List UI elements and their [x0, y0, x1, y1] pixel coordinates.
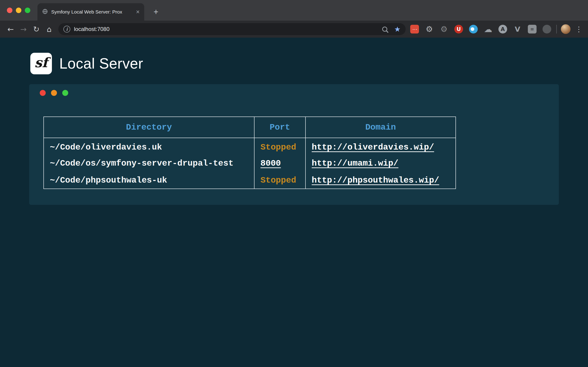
symfony-logo: sf: [30, 53, 52, 74]
cloud-extension-icon[interactable]: ☁: [484, 25, 493, 33]
table-row: ~/Code/oliverdavies.uk Stopped http://ol…: [44, 138, 456, 155]
port-link[interactable]: 8000: [260, 158, 281, 168]
table-row: ~/Code/phpsouthwales-uk Stopped http://p…: [44, 172, 456, 189]
tab-strip: Symfony Local Web Server: Prox × +: [0, 0, 588, 21]
domain-cell: http://umami.wip/: [305, 155, 456, 172]
orange-dot-icon: [51, 90, 57, 96]
window-controls: [7, 8, 30, 13]
site-info-icon[interactable]: i: [63, 26, 70, 33]
profile-avatar[interactable]: [561, 24, 571, 34]
gray-square-extension-icon[interactable]: ≡: [528, 25, 536, 33]
directory-column-header: Directory: [44, 117, 254, 138]
proxy-table: Directory Port Domain ~/Code/oliverdavie…: [43, 117, 456, 189]
page-title: Local Server: [59, 55, 143, 72]
extensions-area: ⋯ ⚙ ⚙ U ☁ A V ≡: [410, 25, 551, 33]
brand-header: sf Local Server: [30, 53, 143, 74]
window-close-button[interactable]: [7, 8, 12, 13]
port-cell: Stopped: [254, 172, 305, 189]
back-icon[interactable]: ←: [4, 23, 17, 35]
directory-cell: ~/Code/oliverdavies.uk: [44, 138, 254, 155]
red-dot-icon: [40, 90, 46, 96]
port-cell: Stopped: [254, 138, 305, 155]
browser-menu-icon[interactable]: ⋮: [574, 23, 584, 35]
window-zoom-button[interactable]: [25, 8, 30, 13]
terminal-dots: [40, 90, 68, 96]
toolbar-divider: [556, 25, 557, 33]
dark-gear-extension-icon[interactable]: ⚙: [440, 25, 448, 33]
table-header-row: Directory Port Domain: [44, 117, 456, 138]
browser-toolbar: ← → ↻ ⌂ i localhost:7080 ★ ⋯ ⚙ ⚙ U ☁ A V…: [0, 21, 588, 38]
vimium-extension-icon[interactable]: V: [513, 25, 522, 33]
green-dot-icon: [62, 90, 68, 96]
server-card: Directory Port Domain ~/Code/oliverdavie…: [29, 84, 559, 205]
port-cell: 8000: [254, 155, 305, 172]
bookmark-star-icon[interactable]: ★: [394, 26, 401, 33]
tab-close-icon[interactable]: ×: [136, 9, 140, 15]
home-icon[interactable]: ⌂: [43, 23, 56, 35]
table-row: ~/Code/os/symfony-server-drupal-test 800…: [44, 155, 456, 172]
directory-cell: ~/Code/phpsouthwales-uk: [44, 172, 254, 189]
browser-tab[interactable]: Symfony Local Web Server: Prox ×: [37, 3, 144, 21]
domain-column-header: Domain: [305, 117, 456, 138]
globe-favicon-icon: [42, 8, 48, 15]
new-tab-button[interactable]: +: [150, 6, 162, 17]
directory-cell: ~/Code/os/symfony-server-drupal-test: [44, 155, 254, 172]
port-column-header: Port: [254, 117, 305, 138]
gear-extension-icon[interactable]: ⚙: [425, 25, 434, 33]
domain-link[interactable]: http://umami.wip/: [312, 158, 398, 168]
domain-cell: http://phpsouthwales.wip/: [305, 172, 456, 189]
tab-title: Symfony Local Web Server: Prox: [51, 9, 133, 15]
port-status: Stopped: [260, 175, 296, 185]
url-text[interactable]: localhost:7080: [74, 26, 110, 32]
port-status: Stopped: [260, 142, 296, 152]
window-minimize-button[interactable]: [16, 8, 21, 13]
github-extension-icon[interactable]: [543, 25, 551, 33]
zoom-icon[interactable]: [382, 27, 387, 32]
blue-circle-extension-icon[interactable]: [469, 25, 478, 33]
letter-a-extension-icon[interactable]: A: [498, 25, 507, 33]
ublock-origin-extension-icon[interactable]: U: [454, 25, 463, 33]
address-bar[interactable]: i localhost:7080 ★: [58, 23, 406, 35]
reload-icon[interactable]: ↻: [30, 23, 43, 35]
forward-icon[interactable]: →: [17, 23, 30, 35]
domain-cell: http://oliverdavies.wip/: [305, 138, 456, 155]
domain-link[interactable]: http://oliverdavies.wip/: [312, 142, 434, 152]
red-dots-extension-icon[interactable]: ⋯: [410, 25, 419, 33]
domain-link[interactable]: http://phpsouthwales.wip/: [312, 175, 439, 185]
symfony-logo-glyph: sf: [35, 55, 48, 72]
